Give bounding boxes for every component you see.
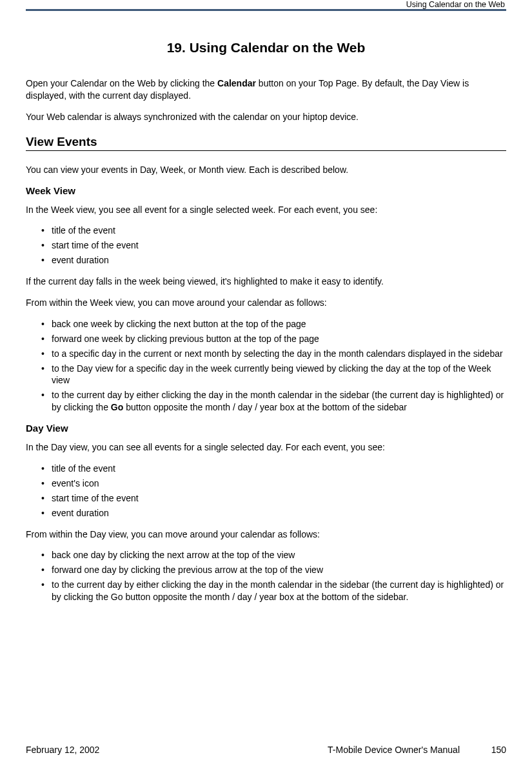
list-item: forward one day by clicking the previous… — [41, 564, 506, 576]
heading-week-view: Week View — [26, 185, 506, 196]
chapter-title: 19. Using Calendar on the Web — [26, 40, 506, 55]
heading-view-events: View Events — [26, 135, 506, 149]
week-list-2: back one week by clicking the next butto… — [41, 318, 506, 414]
text: button opposite the month / day / year b… — [123, 402, 407, 412]
day-paragraph-2: From within the Day view, you can move a… — [26, 528, 506, 541]
list-item: to the Day view for a specific day in th… — [41, 363, 506, 387]
day-list-2: back one day by clicking the next arrow … — [41, 549, 506, 603]
list-item: back one day by clicking the next arrow … — [41, 549, 506, 561]
heading-rule — [26, 150, 506, 151]
view-events-intro: You can view your events in Day, Week, o… — [26, 164, 506, 176]
list-item: event duration — [41, 254, 506, 266]
page-content: 19. Using Calendar on the Web Open your … — [26, 40, 506, 612]
footer-manual-name: T-Mobile Device Owner's Manual — [328, 745, 460, 755]
footer-page-number: 150 — [491, 745, 506, 755]
week-paragraph-3: From within the Week view, you can move … — [26, 297, 506, 309]
intro-paragraph-1: Open your Calendar on the Web by clickin… — [26, 77, 506, 102]
list-item: event duration — [41, 507, 506, 519]
list-item: title of the event — [41, 463, 506, 475]
text: Open your Calendar on the Web by clickin… — [26, 78, 217, 88]
list-item: start time of the event — [41, 239, 506, 252]
page-footer: February 12, 2002 T-Mobile Device Owner'… — [26, 745, 506, 755]
list-item: event's icon — [41, 477, 506, 490]
day-list-1: title of the event event's icon start ti… — [41, 463, 506, 519]
list-item: back one week by clicking the next butto… — [41, 318, 506, 330]
footer-date: February 12, 2002 — [26, 745, 99, 755]
week-paragraph-2: If the current day falls in the week bei… — [26, 276, 506, 288]
list-item: to the current day by either clicking th… — [41, 579, 506, 603]
list-item: start time of the event — [41, 492, 506, 505]
week-list-1: title of the event start time of the eve… — [41, 225, 506, 266]
bold-text: Go — [111, 402, 123, 412]
list-item: forward one week by clicking previous bu… — [41, 333, 506, 345]
list-item: to the current day by either clicking th… — [41, 389, 506, 414]
day-intro: In the Day view, you can see all events … — [26, 441, 506, 454]
bold-text: Calendar — [217, 78, 256, 88]
list-item: to a specific day in the current or next… — [41, 348, 506, 360]
header-section-label: Using Calendar on the Web — [406, 0, 505, 9]
intro-paragraph-2: Your Web calendar is always synchronized… — [26, 111, 506, 123]
list-item: title of the event — [41, 225, 506, 237]
heading-day-view: Day View — [26, 423, 506, 434]
week-intro: In the Week view, you see all event for … — [26, 204, 506, 216]
header-rule — [26, 9, 506, 11]
